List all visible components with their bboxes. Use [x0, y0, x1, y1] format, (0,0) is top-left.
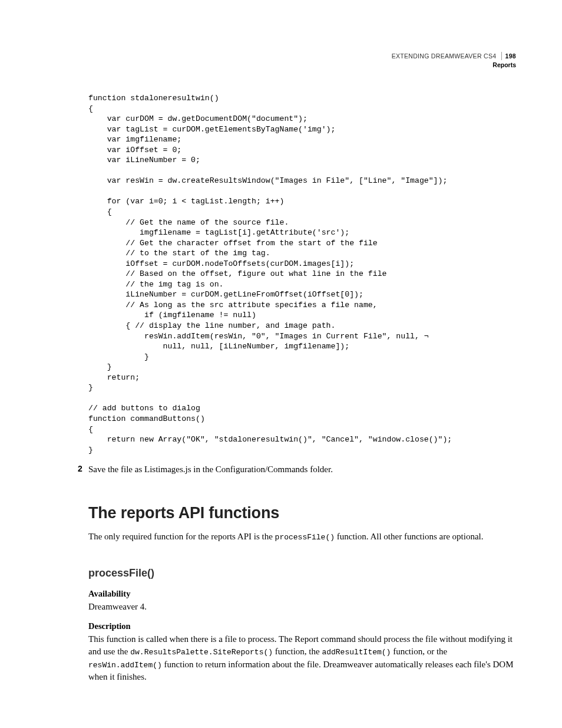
page-number: 198: [501, 52, 516, 60]
book-title: EXTENDING DREAMWEAVER CS4: [392, 52, 497, 60]
intro-paragraph: The only required function for the repor…: [88, 531, 516, 543]
step-2: 2 Save the file as Listimages.js in the …: [88, 463, 516, 476]
availability-text: Dreamweaver 4.: [88, 601, 516, 613]
section-heading: The reports API functions: [88, 504, 516, 522]
description-label: Description: [88, 621, 516, 631]
chapter-name: Reports: [392, 61, 516, 69]
code-inline: resWin.addItem(): [88, 661, 162, 670]
page-header: EXTENDING DREAMWEAVER CS4 198 Reports: [392, 52, 516, 69]
description-text: This function is called when there is a …: [88, 633, 516, 684]
availability-label: Availability: [88, 589, 516, 599]
code-inline: addResultItem(): [322, 648, 391, 657]
step-number: 2: [78, 463, 82, 475]
code-inline: processFile(): [275, 533, 335, 542]
function-heading: processFile(): [88, 567, 516, 579]
code-block: function stdaloneresultwin() { var curDO…: [88, 93, 516, 455]
step-text: Save the file as Listimages.js in the Co…: [88, 465, 333, 474]
code-inline: dw.ResultsPalette.SiteReports(): [130, 648, 273, 657]
